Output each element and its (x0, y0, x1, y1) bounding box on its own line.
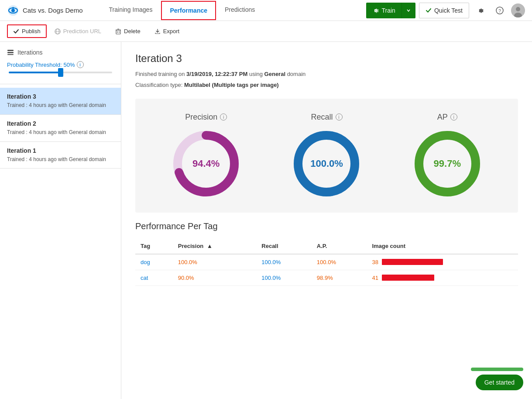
publish-button[interactable]: Publish (7, 24, 47, 38)
table-row: cat 90.0% 100.0% 98.9% 41 (135, 270, 518, 285)
quick-test-button[interactable]: Quick Test (419, 3, 469, 18)
iteration-item-1[interactable]: Iteration 1 Trained : 4 hours ago with G… (0, 142, 121, 169)
toolbar: Publish Prediction URL Delete Export (0, 21, 532, 42)
ap-label: AP i (437, 113, 457, 122)
question-mark-icon: ? (496, 7, 504, 14)
training-domain: General (264, 71, 285, 77)
ap-metric: AP i 99.7% (412, 113, 482, 199)
probability-threshold-section: Probability Threshold: 50% i (0, 61, 121, 80)
th-precision[interactable]: Precision ▲ (173, 238, 257, 254)
image-count-value-dog: 38 (372, 259, 378, 265)
iteration-1-desc: Trained : 4 hours ago with General domai… (7, 156, 114, 163)
threshold-label: Probability Threshold: 50% i (7, 61, 114, 68)
cell-recall-dog: 100.0% (256, 254, 312, 270)
threshold-slider[interactable] (7, 72, 114, 73)
get-started-container: Get started (471, 368, 523, 390)
content-area: Iteration 3 Finished training on 3/19/20… (121, 42, 532, 399)
svg-rect-18 (7, 52, 14, 53)
iteration-1-name: Iteration 1 (7, 147, 114, 154)
iteration-2-name: Iteration 2 (7, 120, 114, 127)
cell-tag-cat: cat (135, 270, 173, 285)
iteration-2-desc: Trained : 4 hours ago with General domai… (7, 129, 114, 136)
training-info-line2: Classification type: Multilabel (Multipl… (135, 81, 518, 90)
main-nav: Training Images Performance Predictions (100, 0, 359, 21)
metrics-card: Precision i 94.4% Recall i (135, 99, 518, 213)
threshold-info-icon[interactable]: i (77, 61, 84, 68)
iteration-item-3[interactable]: Iteration 3 Trained : 4 hours ago with G… (0, 88, 121, 115)
iterations-icon (7, 49, 14, 56)
prediction-url-button[interactable]: Prediction URL (48, 24, 107, 38)
image-count-value-cat: 41 (372, 275, 378, 281)
cell-precision-dog: 100.0% (173, 254, 257, 270)
cell-recall-cat: 100.0% (256, 270, 312, 285)
ap-info-icon[interactable]: i (450, 114, 457, 120)
precision-donut: 94.4% (171, 129, 241, 199)
iterations-header: Iterations (0, 49, 121, 61)
train-dropdown-button[interactable] (402, 3, 415, 18)
cell-tag-dog: dog (135, 254, 173, 270)
cell-imagecount-cat: 41 (367, 270, 518, 285)
trash-icon (115, 28, 121, 34)
checkmark-icon (426, 7, 432, 14)
recall-info-icon[interactable]: i (336, 114, 343, 120)
svg-rect-19 (7, 54, 14, 55)
delete-button[interactable]: Delete (109, 24, 147, 38)
performance-table: Tag Precision ▲ Recall A.P. Image count (135, 238, 518, 286)
export-icon (154, 28, 161, 34)
training-info-line1: Finished training on 3/19/2019, 12:22:37… (135, 70, 518, 79)
train-button-group[interactable]: Train (366, 3, 415, 18)
app-name: Cats vs. Dogs Demo (23, 7, 83, 14)
precision-label: Precision i (185, 113, 227, 122)
precision-info-icon[interactable]: i (220, 114, 227, 120)
chevron-down-icon (406, 8, 411, 13)
sidebar: Iterations Probability Threshold: 50% i … (0, 42, 121, 399)
svg-rect-12 (116, 30, 120, 34)
th-recall: Recall (256, 238, 312, 254)
get-started-button[interactable]: Get started (476, 375, 523, 390)
app-logo-icon (7, 4, 19, 17)
iteration-item-2[interactable]: Iteration 2 Trained : 4 hours ago with G… (0, 115, 121, 142)
gear-icon (477, 7, 484, 14)
settings-icon-button[interactable] (473, 3, 488, 18)
image-count-bar-cat (382, 275, 434, 281)
recall-metric: Recall i 100.0% (292, 113, 361, 199)
user-avatar[interactable] (511, 3, 525, 17)
recall-label: Recall i (311, 113, 342, 122)
table-header-row: Tag Precision ▲ Recall A.P. Image count (135, 238, 518, 254)
globe-icon (55, 28, 61, 34)
th-tag: Tag (135, 238, 173, 254)
iteration-3-name: Iteration 3 (7, 93, 114, 100)
per-tag-section-title: Performance Per Tag (135, 221, 518, 231)
iterations-label: Iterations (17, 49, 43, 56)
avatar-icon (511, 3, 525, 17)
tag-link-dog[interactable]: dog (141, 259, 150, 265)
get-started-progress-bar (471, 368, 523, 371)
th-image-count: Image count (367, 238, 518, 254)
threshold-value: 50% (64, 62, 75, 68)
train-button-main[interactable]: Train (366, 3, 402, 18)
svg-text:?: ? (498, 8, 501, 13)
tab-training-images[interactable]: Training Images (100, 0, 161, 21)
tab-performance[interactable]: Performance (161, 1, 216, 20)
export-button[interactable]: Export (148, 24, 186, 38)
svg-point-3 (12, 7, 14, 9)
header-actions: Train Quick Test ? (366, 3, 525, 18)
cell-imagecount-dog: 38 (367, 254, 518, 270)
training-date: 3/19/2019, 12:22:37 PM (186, 71, 247, 77)
help-icon-button[interactable]: ? (492, 3, 508, 18)
classification-type: Multilabel (Multiple tags per image) (184, 82, 279, 88)
logo-area: Cats vs. Dogs Demo (7, 4, 93, 17)
main-layout: Iterations Probability Threshold: 50% i … (0, 42, 532, 399)
recall-donut: 100.0% (292, 129, 361, 199)
tab-predictions[interactable]: Predictions (216, 0, 264, 21)
bar-cell-dog: 38 (372, 259, 513, 265)
check-icon (13, 28, 19, 34)
cell-ap-cat: 98.9% (312, 270, 367, 285)
page-title: Iteration 3 (135, 52, 518, 65)
bar-cell-cat: 41 (372, 275, 513, 281)
sidebar-divider (0, 84, 121, 84)
svg-rect-17 (7, 50, 14, 51)
tag-link-cat[interactable]: cat (141, 275, 148, 281)
table-body: dog 100.0% 100.0% 100.0% 38 cat 90.0% 10… (135, 254, 518, 286)
cell-ap-dog: 100.0% (312, 254, 367, 270)
